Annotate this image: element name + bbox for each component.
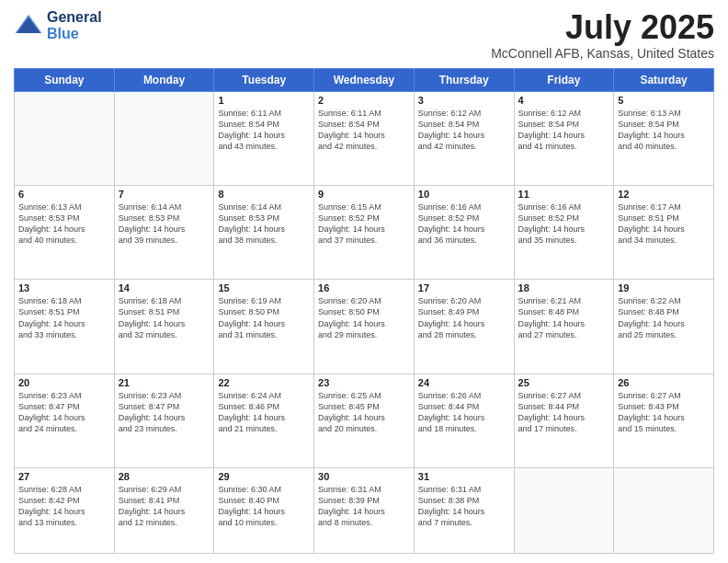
day-number: 12 bbox=[618, 189, 710, 200]
table-row: 14Sunrise: 6:18 AM Sunset: 8:51 PM Dayli… bbox=[114, 280, 214, 373]
day-number: 22 bbox=[218, 377, 310, 388]
day-info: Sunrise: 6:30 AM Sunset: 8:40 PM Dayligh… bbox=[218, 484, 310, 529]
day-info: Sunrise: 6:21 AM Sunset: 8:48 PM Dayligh… bbox=[518, 295, 610, 340]
table-row: 18Sunrise: 6:21 AM Sunset: 8:48 PM Dayli… bbox=[514, 280, 614, 373]
day-info: Sunrise: 6:19 AM Sunset: 8:50 PM Dayligh… bbox=[218, 295, 310, 340]
day-number: 25 bbox=[518, 377, 610, 388]
header-saturday: Saturday bbox=[614, 68, 714, 91]
day-number: 1 bbox=[218, 95, 310, 106]
day-info: Sunrise: 6:14 AM Sunset: 8:53 PM Dayligh… bbox=[218, 201, 310, 247]
day-info: Sunrise: 6:20 AM Sunset: 8:49 PM Dayligh… bbox=[418, 295, 510, 340]
day-number: 24 bbox=[418, 377, 510, 388]
day-number: 2 bbox=[318, 95, 410, 106]
table-row: 10Sunrise: 6:16 AM Sunset: 8:52 PM Dayli… bbox=[414, 185, 514, 279]
day-info: Sunrise: 6:27 AM Sunset: 8:44 PM Dayligh… bbox=[518, 390, 610, 435]
day-info: Sunrise: 6:23 AM Sunset: 8:47 PM Dayligh… bbox=[18, 390, 110, 435]
table-row: 22Sunrise: 6:24 AM Sunset: 8:46 PM Dayli… bbox=[214, 373, 314, 467]
day-info: Sunrise: 6:18 AM Sunset: 8:51 PM Dayligh… bbox=[18, 295, 110, 340]
table-row: 3Sunrise: 6:12 AM Sunset: 8:54 PM Daylig… bbox=[414, 91, 514, 185]
header-monday: Monday bbox=[114, 68, 214, 91]
day-info: Sunrise: 6:24 AM Sunset: 8:46 PM Dayligh… bbox=[218, 390, 310, 435]
location-title: McConnell AFB, Kansas, United States bbox=[491, 46, 714, 61]
day-number: 30 bbox=[318, 471, 410, 482]
day-info: Sunrise: 6:25 AM Sunset: 8:45 PM Dayligh… bbox=[318, 390, 410, 435]
day-number: 8 bbox=[218, 189, 310, 200]
day-number: 16 bbox=[318, 282, 410, 293]
table-row: 23Sunrise: 6:25 AM Sunset: 8:45 PM Dayli… bbox=[314, 373, 415, 467]
header-thursday: Thursday bbox=[414, 68, 514, 91]
day-info: Sunrise: 6:12 AM Sunset: 8:54 PM Dayligh… bbox=[518, 108, 610, 153]
day-info: Sunrise: 6:28 AM Sunset: 8:42 PM Dayligh… bbox=[18, 484, 110, 529]
table-row: 20Sunrise: 6:23 AM Sunset: 8:47 PM Dayli… bbox=[15, 373, 115, 467]
day-info: Sunrise: 6:12 AM Sunset: 8:54 PM Dayligh… bbox=[418, 108, 510, 153]
table-row: 27Sunrise: 6:28 AM Sunset: 8:42 PM Dayli… bbox=[15, 467, 115, 553]
table-row: 21Sunrise: 6:23 AM Sunset: 8:47 PM Dayli… bbox=[114, 373, 214, 467]
table-row: 31Sunrise: 6:31 AM Sunset: 8:38 PM Dayli… bbox=[414, 467, 514, 553]
day-number: 11 bbox=[518, 189, 610, 200]
day-info: Sunrise: 6:22 AM Sunset: 8:48 PM Dayligh… bbox=[618, 295, 710, 340]
month-title: July 2025 bbox=[491, 9, 714, 46]
day-number: 27 bbox=[18, 471, 110, 482]
table-row: 7Sunrise: 6:14 AM Sunset: 8:53 PM Daylig… bbox=[114, 185, 214, 279]
table-row: 24Sunrise: 6:26 AM Sunset: 8:44 PM Dayli… bbox=[414, 373, 514, 467]
day-info: Sunrise: 6:23 AM Sunset: 8:47 PM Dayligh… bbox=[119, 390, 210, 435]
table-row: 12Sunrise: 6:17 AM Sunset: 8:51 PM Dayli… bbox=[614, 185, 714, 279]
table-row bbox=[514, 467, 614, 553]
day-number: 31 bbox=[418, 471, 510, 482]
day-info: Sunrise: 6:31 AM Sunset: 8:39 PM Dayligh… bbox=[318, 484, 410, 529]
day-number: 5 bbox=[618, 95, 710, 106]
table-row: 1Sunrise: 6:11 AM Sunset: 8:54 PM Daylig… bbox=[214, 91, 314, 185]
table-row: 4Sunrise: 6:12 AM Sunset: 8:54 PM Daylig… bbox=[514, 91, 614, 185]
header-friday: Friday bbox=[514, 68, 614, 91]
day-info: Sunrise: 6:11 AM Sunset: 8:54 PM Dayligh… bbox=[218, 108, 310, 153]
day-info: Sunrise: 6:16 AM Sunset: 8:52 PM Dayligh… bbox=[518, 201, 610, 247]
day-info: Sunrise: 6:26 AM Sunset: 8:44 PM Dayligh… bbox=[418, 390, 510, 435]
calendar-table: Sunday Monday Tuesday Wednesday Thursday… bbox=[14, 68, 714, 554]
table-row: 29Sunrise: 6:30 AM Sunset: 8:40 PM Dayli… bbox=[214, 467, 314, 553]
logo: General Blue bbox=[14, 9, 102, 42]
day-info: Sunrise: 6:16 AM Sunset: 8:52 PM Dayligh… bbox=[418, 201, 510, 247]
table-row: 6Sunrise: 6:13 AM Sunset: 8:53 PM Daylig… bbox=[15, 185, 115, 279]
day-number: 20 bbox=[18, 377, 110, 388]
header: General Blue July 2025 McConnell AFB, Ka… bbox=[14, 9, 714, 61]
table-row: 2Sunrise: 6:11 AM Sunset: 8:54 PM Daylig… bbox=[314, 91, 415, 185]
day-number: 6 bbox=[18, 189, 110, 200]
day-info: Sunrise: 6:17 AM Sunset: 8:51 PM Dayligh… bbox=[618, 201, 710, 247]
calendar-header-row: Sunday Monday Tuesday Wednesday Thursday… bbox=[15, 68, 714, 91]
day-info: Sunrise: 6:27 AM Sunset: 8:43 PM Dayligh… bbox=[618, 390, 710, 435]
day-number: 21 bbox=[119, 377, 210, 388]
header-wednesday: Wednesday bbox=[314, 68, 415, 91]
day-number: 23 bbox=[318, 377, 410, 388]
table-row: 16Sunrise: 6:20 AM Sunset: 8:50 PM Dayli… bbox=[314, 280, 415, 373]
day-number: 28 bbox=[119, 471, 210, 482]
day-info: Sunrise: 6:14 AM Sunset: 8:53 PM Dayligh… bbox=[119, 201, 210, 247]
table-row: 5Sunrise: 6:13 AM Sunset: 8:54 PM Daylig… bbox=[614, 91, 714, 185]
day-number: 15 bbox=[218, 282, 310, 293]
day-number: 3 bbox=[418, 95, 510, 106]
day-info: Sunrise: 6:18 AM Sunset: 8:51 PM Dayligh… bbox=[119, 295, 210, 340]
table-row: 11Sunrise: 6:16 AM Sunset: 8:52 PM Dayli… bbox=[514, 185, 614, 279]
day-number: 14 bbox=[119, 282, 210, 293]
day-info: Sunrise: 6:11 AM Sunset: 8:54 PM Dayligh… bbox=[318, 108, 410, 153]
day-number: 26 bbox=[618, 377, 710, 388]
page: General Blue July 2025 McConnell AFB, Ka… bbox=[0, 0, 728, 563]
table-row bbox=[614, 467, 714, 553]
table-row: 26Sunrise: 6:27 AM Sunset: 8:43 PM Dayli… bbox=[614, 373, 714, 467]
table-row: 13Sunrise: 6:18 AM Sunset: 8:51 PM Dayli… bbox=[15, 280, 115, 373]
header-sunday: Sunday bbox=[15, 68, 115, 91]
day-info: Sunrise: 6:15 AM Sunset: 8:52 PM Dayligh… bbox=[318, 201, 410, 247]
logo-text: General Blue bbox=[47, 9, 102, 42]
day-number: 10 bbox=[418, 189, 510, 200]
day-number: 19 bbox=[618, 282, 710, 293]
table-row: 25Sunrise: 6:27 AM Sunset: 8:44 PM Dayli… bbox=[514, 373, 614, 467]
title-section: July 2025 McConnell AFB, Kansas, United … bbox=[491, 9, 714, 61]
day-number: 18 bbox=[518, 282, 610, 293]
table-row bbox=[114, 91, 214, 185]
day-info: Sunrise: 6:13 AM Sunset: 8:54 PM Dayligh… bbox=[618, 108, 710, 153]
table-row bbox=[15, 91, 115, 185]
day-number: 9 bbox=[318, 189, 410, 200]
day-number: 7 bbox=[119, 189, 210, 200]
day-info: Sunrise: 6:20 AM Sunset: 8:50 PM Dayligh… bbox=[318, 295, 410, 340]
day-number: 13 bbox=[18, 282, 110, 293]
header-tuesday: Tuesday bbox=[214, 68, 314, 91]
